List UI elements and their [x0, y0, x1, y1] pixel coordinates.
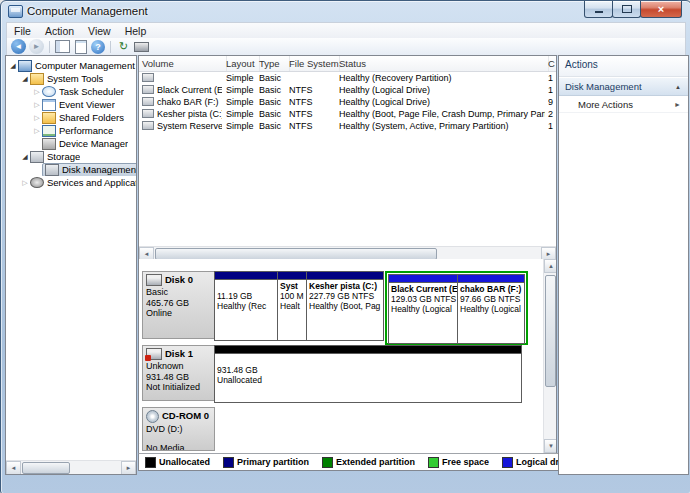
- tree-item-services-and-applications[interactable]: ▷ Services and Applications: [6, 176, 136, 189]
- tree-item-performance[interactable]: ▷ Performance: [6, 124, 136, 137]
- column-volume[interactable]: Volume: [139, 56, 227, 71]
- volume-list-horizontal-scrollbar[interactable]: ◄ ►: [139, 246, 556, 260]
- column-type[interactable]: Type: [256, 56, 290, 71]
- tree-item-system-tools[interactable]: ◢ System Tools: [6, 72, 136, 85]
- tree-horizontal-scrollbar[interactable]: ◄ ►: [6, 460, 136, 474]
- expanded-arrow-icon[interactable]: ◢: [20, 75, 30, 83]
- volume-icon: [142, 85, 154, 94]
- collapsed-arrow-icon[interactable]: ▷: [32, 101, 42, 109]
- scrollbar-thumb[interactable]: [545, 275, 556, 387]
- disk1-label[interactable]: Disk 1 Unknown 931.48 GB Not Initialized: [142, 345, 215, 401]
- menu-action[interactable]: Action: [38, 24, 81, 38]
- unallocated-region[interactable]: 931.48 GB Unallocated: [214, 345, 522, 403]
- cdrom-label[interactable]: CD-ROM 0 DVD (D:) No Media: [142, 407, 215, 451]
- tree-item-disk-management[interactable]: Disk Management: [6, 163, 136, 176]
- minimize-button[interactable]: [584, 1, 613, 18]
- app-icon: [8, 5, 23, 18]
- disk-properties-icon[interactable]: [134, 42, 149, 52]
- toolbar-separator: [110, 41, 111, 53]
- submenu-arrow-icon: ►: [674, 101, 681, 108]
- tree-item-device-manager[interactable]: Device Manager: [6, 137, 136, 150]
- scrollbar-thumb[interactable]: [22, 462, 70, 474]
- tree-item-storage[interactable]: ◢ Storage: [6, 150, 136, 163]
- export-list-icon[interactable]: [75, 40, 87, 54]
- device-manager-icon: [42, 138, 56, 150]
- column-capacity[interactable]: C: [545, 56, 557, 71]
- legend-item: Unallocated: [145, 457, 210, 468]
- partition-recovery[interactable]: 11.19 GB Healthy (Rec: [214, 271, 278, 341]
- volume-row[interactable]: Simple Basic Healthy (Recovery Partition…: [139, 73, 554, 85]
- collapsed-arrow-icon[interactable]: ▷: [32, 88, 42, 96]
- scroll-left-icon[interactable]: ◄: [6, 461, 21, 475]
- help-icon[interactable]: ?: [91, 40, 105, 54]
- tree-item-task-scheduler[interactable]: ▷ Task Scheduler: [6, 85, 136, 98]
- collapsed-arrow-icon[interactable]: ▷: [20, 179, 30, 187]
- column-file-system[interactable]: File System: [286, 56, 340, 71]
- free-space-color-swatch: [428, 457, 439, 468]
- unallocated-bar: [215, 346, 521, 354]
- tree-item-event-viewer[interactable]: ▷ Event Viewer: [6, 98, 136, 111]
- show-hide-console-tree-icon[interactable]: [55, 40, 70, 53]
- system-tools-icon: [30, 73, 44, 85]
- extended-partition-container: Black Current (E 129.03 GB NTFS Healthy …: [385, 271, 528, 345]
- partition-system-reserved[interactable]: Syst 100 M Healt: [277, 271, 307, 341]
- disk0-label[interactable]: Disk 0 Basic 465.76 GB Online: [142, 271, 215, 339]
- disk-management-main: Volume Layout Type File System Status C …: [138, 55, 555, 473]
- more-actions-item[interactable]: More Actions ►: [559, 96, 688, 113]
- volume-row[interactable]: Kesher pista (C:) Simple Basic NTFS Heal…: [139, 109, 554, 121]
- window-controls: ×: [585, 1, 682, 18]
- tree-item-shared-folders[interactable]: ▷ Shared Folders: [6, 111, 136, 124]
- scroll-up-icon[interactable]: ▲: [544, 259, 557, 273]
- menu-view[interactable]: View: [81, 24, 118, 38]
- scroll-down-icon[interactable]: ▼: [544, 439, 557, 453]
- partition-chako-bar[interactable]: chako BAR (F:) 97.66 GB NTFS Healthy (Lo…: [457, 274, 525, 344]
- menu-file[interactable]: File: [7, 24, 38, 38]
- extended-partition-color-swatch: [322, 457, 333, 468]
- back-icon[interactable]: ◄: [11, 39, 26, 54]
- scrollbar-thumb[interactable]: [155, 248, 437, 260]
- logical-drive-bar: [389, 275, 457, 283]
- partition-kesher-pista[interactable]: Kesher pista (C:) 227.79 GB NTFS Healthy…: [306, 271, 384, 341]
- maximize-button[interactable]: [612, 1, 641, 18]
- titlebar[interactable]: Computer Management ×: [1, 1, 690, 22]
- disk-row-1: Disk 1 Unknown 931.48 GB Not Initialized…: [142, 345, 522, 401]
- hard-disk-icon: [146, 348, 162, 360]
- column-layout[interactable]: Layout: [223, 56, 260, 71]
- volume-list-header: Volume Layout Type File System Status C: [139, 56, 556, 72]
- unallocated-color-swatch: [145, 457, 156, 468]
- console-tree-panel: ◢ Computer Management (Local ◢ System To…: [5, 55, 137, 475]
- collapsed-arrow-icon[interactable]: ▷: [32, 127, 42, 135]
- legend-item: Primary partition: [223, 457, 309, 468]
- collapse-chevron-icon[interactable]: ▲: [675, 84, 681, 90]
- volume-icon: [142, 109, 154, 118]
- volume-row[interactable]: chako BAR (F:) Simple Basic NTFS Healthy…: [139, 97, 554, 109]
- scroll-right-icon[interactable]: ►: [121, 461, 136, 475]
- collapsed-arrow-icon[interactable]: ▷: [32, 114, 42, 122]
- selected-tree-item[interactable]: Disk Management: [42, 163, 136, 176]
- expanded-arrow-icon[interactable]: ◢: [20, 153, 30, 161]
- maximize-icon: [622, 5, 632, 13]
- computer-management-window: Computer Management × File Action View H…: [0, 0, 690, 493]
- partition-black-current[interactable]: Black Current (E 129.03 GB NTFS Healthy …: [388, 274, 458, 344]
- refresh-icon[interactable]: ↻: [116, 39, 131, 54]
- cdrom-row: CD-ROM 0 DVD (D:) No Media: [142, 407, 215, 451]
- actions-pane: Actions Disk Management ▲ More Actions ►: [558, 55, 689, 475]
- close-button[interactable]: ×: [640, 1, 682, 18]
- column-status[interactable]: Status: [336, 56, 549, 71]
- tree-item-computer-management[interactable]: ◢ Computer Management (Local: [6, 59, 136, 72]
- volume-icon: [142, 121, 154, 130]
- services-icon: [30, 177, 44, 188]
- computer-icon: [18, 60, 32, 72]
- actions-section-disk-management[interactable]: Disk Management ▲: [559, 77, 688, 96]
- event-viewer-icon: [42, 99, 56, 111]
- volume-row[interactable]: System Reserved Simple Basic NTFS Health…: [139, 121, 554, 133]
- not-initialized-badge-icon: [145, 355, 151, 361]
- disk-management-icon: [45, 164, 59, 176]
- forward-icon[interactable]: ►: [29, 39, 44, 54]
- volume-row[interactable]: Black Current (E:) Simple Basic NTFS Hea…: [139, 85, 554, 97]
- disk-view-vertical-scrollbar[interactable]: ▲ ▼: [543, 259, 556, 453]
- cd-rom-icon: [146, 410, 159, 423]
- primary-partition-bar: [215, 272, 277, 280]
- menu-help[interactable]: Help: [118, 24, 154, 38]
- expanded-arrow-icon[interactable]: ◢: [8, 62, 18, 70]
